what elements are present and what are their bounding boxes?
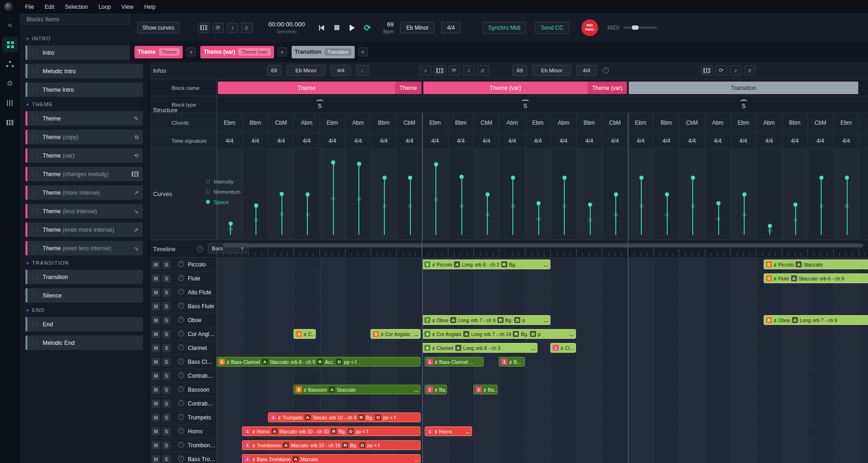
section-header-transition[interactable]: ▾TRANSITION xyxy=(26,260,143,266)
track-lane[interactable]: 6♯ClarinetALongorb 8 - ch 3...1♯Cl... xyxy=(217,341,868,355)
blocks-item-intro[interactable]: ⋮⋮Intro xyxy=(26,45,143,60)
clip-more-icon[interactable]: ... xyxy=(544,262,548,267)
solo-button[interactable]: S xyxy=(162,260,171,269)
send-cc-button[interactable]: Send CC xyxy=(535,22,569,34)
chord-cell[interactable]: Abm xyxy=(705,113,731,133)
drag-handle-icon[interactable]: ⋮⋮ xyxy=(30,171,38,177)
chord-cell[interactable]: Bbm xyxy=(654,113,679,133)
loop-toggle-button[interactable]: ⟳ xyxy=(363,23,372,32)
clip-more-icon[interactable]: ... xyxy=(466,429,470,434)
drag-handle-icon[interactable]: ⋮⋮ xyxy=(30,115,38,121)
time-signature-cell[interactable]: 4/4 xyxy=(474,133,499,148)
time-signature-cell[interactable]: 4/4 xyxy=(422,133,448,148)
blocks-grid-icon[interactable] xyxy=(2,37,18,52)
chord-cell[interactable]: Ebm xyxy=(320,113,345,133)
curve-point[interactable] xyxy=(793,203,798,207)
block-tab-theme-var[interactable]: Theme (var)Theme (var) xyxy=(200,46,274,58)
time-signature-cell[interactable]: 4/4 xyxy=(294,133,319,148)
clip[interactable]: 5♯PiccoloALongorb 6 - ch 2RBg.... xyxy=(422,260,550,269)
blocks-item-theme-copy[interactable]: ⋮⋮Theme(copy)⧉ xyxy=(26,130,143,144)
track-power-icon[interactable] xyxy=(174,289,184,296)
clip[interactable]: 6♯ClarinetALongorb 8 - ch 3... xyxy=(422,343,537,353)
sixteenth-notes-icon[interactable]: ♬ xyxy=(241,23,253,33)
piano-roll-icon[interactable] xyxy=(434,65,446,76)
track-power-icon[interactable] xyxy=(174,275,184,282)
eighth-note-icon[interactable]: ♪ xyxy=(730,65,741,76)
curve-point[interactable] xyxy=(229,222,233,226)
track-power-icon[interactable] xyxy=(174,442,184,449)
add-block-button[interactable]: + xyxy=(358,47,368,57)
chord-cell[interactable]: CbM xyxy=(602,113,628,133)
drag-handle-icon[interactable]: ⋮⋮ xyxy=(30,134,38,140)
collapse-panel-icon[interactable]: « xyxy=(2,17,18,33)
curve-point[interactable] xyxy=(306,192,310,197)
curve-point[interactable] xyxy=(357,162,361,166)
track-lane[interactable]: 1♯Bass TromboneAMarcato... xyxy=(217,452,868,463)
settings-gear-icon[interactable]: ⚙ xyxy=(2,76,18,91)
block-name-bar-theme[interactable]: ThemeTheme xyxy=(218,82,421,94)
time-signature-cell[interactable]: 4/4 xyxy=(808,133,833,148)
drag-handle-icon[interactable]: ⋮⋮ xyxy=(30,245,38,251)
synchro-midi-button[interactable]: Synchro Midi xyxy=(482,22,526,34)
blocks-item-theme-more-intense[interactable]: ⋮⋮Theme(more intense)↗ xyxy=(26,185,143,200)
time-signature-cell[interactable]: 4/4 xyxy=(551,133,576,148)
key-signature-field[interactable]: Eb Minor xyxy=(400,22,434,33)
clip[interactable]: 9♯Cor AnglaisALongorb 7 - ch 14RBg.Dp... xyxy=(422,329,576,339)
clip[interactable]: 8♯Cor Anglais... xyxy=(370,329,421,339)
curve-point[interactable] xyxy=(588,203,592,207)
mute-button[interactable]: M xyxy=(152,358,160,366)
chord-cell[interactable]: Bbm xyxy=(782,113,808,133)
clip[interactable]: 6♯OboeALongorb 7 - ch 9 xyxy=(764,315,868,325)
blocks-item-silence[interactable]: ⋮⋮Silence xyxy=(26,288,143,303)
block1-sig-field[interactable]: 4/4 xyxy=(331,65,351,76)
sixteenth-notes-icon[interactable]: ♬ xyxy=(744,65,756,76)
curve-point[interactable] xyxy=(562,176,567,180)
solo-button[interactable]: S xyxy=(162,372,171,380)
block-type-cell-2[interactable]: S xyxy=(628,96,859,113)
time-signature-cell[interactable]: 4/4 xyxy=(782,133,808,148)
chord-cell[interactable]: Ebm xyxy=(628,113,653,133)
track-power-icon[interactable] xyxy=(174,414,184,421)
menu-item-edit[interactable]: Edit xyxy=(45,4,65,10)
chord-cell[interactable]: Abm xyxy=(499,113,525,133)
track-power-icon[interactable] xyxy=(174,344,184,352)
solo-button[interactable]: S xyxy=(162,330,171,338)
track-lane[interactable]: 3♯FluteAStaccatoorb 6 - ch 9 xyxy=(217,272,868,285)
curve-point[interactable] xyxy=(768,224,772,228)
clip[interactable]: 2♯PiccoloAStaccato xyxy=(764,260,868,269)
curve-point[interactable] xyxy=(485,192,490,197)
clip[interactable]: 7♯OboeALongorb 7 - ch 9RBg.Dp... xyxy=(422,315,550,325)
chord-cell[interactable]: Ebm xyxy=(422,113,448,133)
stop-button[interactable] xyxy=(332,23,342,32)
chord-cell[interactable]: Abm xyxy=(756,113,782,133)
drag-handle-icon[interactable]: ⋮⋮ xyxy=(30,227,38,233)
chord-cell[interactable]: CbM xyxy=(397,113,422,133)
loop-icon[interactable]: ⟳ xyxy=(448,65,460,76)
timeline-power-icon[interactable] xyxy=(197,246,203,254)
block-name-bar-transition[interactable]: Transition xyxy=(629,82,858,94)
blocks-item-melodic-end[interactable]: ⋮⋮Melodic End xyxy=(26,336,143,350)
download-icon[interactable]: ↓ xyxy=(356,65,369,76)
time-signature-cell[interactable]: 4/4 xyxy=(654,133,679,148)
clip[interactable]: 5♯BassoonAStaccato... xyxy=(294,385,421,394)
time-signature-cell[interactable]: 4/4 xyxy=(705,133,731,148)
mixer-icon[interactable] xyxy=(2,95,18,111)
drag-handle-icon[interactable]: ⋮⋮ xyxy=(30,340,38,346)
chord-cell[interactable]: CbM xyxy=(268,113,294,133)
timeline-ruler[interactable] xyxy=(217,240,868,257)
chord-cell[interactable]: Bbm xyxy=(448,113,474,133)
mute-button[interactable]: M xyxy=(152,455,160,463)
drag-handle-icon[interactable]: ⋮⋮ xyxy=(30,321,38,327)
curve-option-momentum[interactable]: Momentum xyxy=(206,188,241,196)
block2-bpm-field[interactable]: 69 xyxy=(512,65,527,76)
menu-item-help[interactable]: Help xyxy=(144,4,166,10)
solo-button[interactable]: S xyxy=(162,358,171,366)
curve-option-intensity[interactable]: Intensity xyxy=(206,178,241,185)
track-lane[interactable] xyxy=(217,299,868,313)
clip-more-icon[interactable]: ... xyxy=(414,457,418,462)
clip[interactable]: 3♯FluteAStaccatoorb 6 - ch 9 xyxy=(764,273,868,283)
mute-button[interactable]: M xyxy=(152,413,160,422)
chord-cell[interactable]: CbM xyxy=(474,113,499,133)
time-signature-cell[interactable]: 4/4 xyxy=(525,133,551,148)
solo-button[interactable]: S xyxy=(162,288,171,297)
